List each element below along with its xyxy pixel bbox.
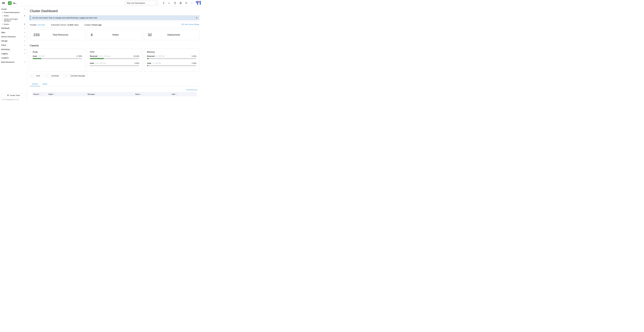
sidebar-item-label: Projects/Namespaces	[4, 11, 20, 13]
capacity-card-title: CPU	[90, 51, 139, 53]
capacity-row: Reserved 54.11 / 192 cores 28.18%	[90, 55, 139, 59]
import-yaml-button[interactable]	[161, 1, 166, 5]
sidebar-section-longhorn[interactable]: Longhorn	[0, 56, 27, 60]
progress-bar	[147, 58, 196, 59]
stat-value: 233	[34, 33, 40, 37]
full-events-link-row: Full events list	[30, 86, 200, 92]
progress-fill	[147, 58, 148, 59]
kubernetes-version-value: v1.25.9	[67, 24, 73, 26]
sidebar-group-cluster[interactable]: Cluster	[0, 7, 27, 11]
header-kebab-menu[interactable]	[190, 1, 194, 5]
capacity-row-detail: 1.02 / 192 cores	[95, 62, 106, 64]
capacity-row-percent: 2.39%	[192, 62, 196, 64]
tab-bar: Events Alerts	[30, 82, 200, 86]
download-kubeconfig-button[interactable]	[172, 1, 177, 5]
sidebar-section-service-discovery[interactable]: Service Discovery	[0, 35, 27, 39]
section-label: Service Discovery	[1, 36, 16, 38]
sidebar-section-workloads[interactable]: Workloads	[0, 26, 27, 30]
capacity-card-pods: Pods Used 139 / 800 17.38%	[30, 49, 85, 72]
capacity-cards: Pods Used 139 / 800 17.38% CPU	[30, 49, 200, 72]
top-header: ha... Only User Namespaces	[0, 0, 202, 6]
chevron-down-icon	[24, 27, 25, 29]
check-icon: ✓	[45, 74, 49, 77]
cluster-meta-row: Provider: Harvester Kubernetes Version: …	[30, 22, 200, 27]
capacity-row-percent: 3.18%	[192, 55, 196, 57]
sidebar-section-apps[interactable]: Apps	[0, 30, 27, 34]
namespace-filter-value: Only User Namespaces	[127, 2, 145, 4]
stat-label: Nodes	[92, 33, 138, 36]
progress-bar	[90, 58, 139, 59]
sort-icon	[40, 94, 40, 95]
banner-close-button[interactable]: ×	[196, 16, 197, 19]
health-badge-label: Etcd	[34, 74, 42, 77]
add-cluster-badge-link[interactable]: Add Cluster Badge	[182, 23, 199, 25]
column-label: Reason	[33, 93, 39, 95]
column-header-reason[interactable]: Reason	[32, 92, 47, 96]
harvester-logo-icon	[9, 2, 11, 4]
events-table: Reason Object Message Name	[32, 92, 197, 100]
upload-icon	[162, 2, 165, 4]
provider-link[interactable]: Harvester	[38, 24, 45, 26]
stat-deployments: 32 Deployments	[144, 29, 200, 40]
sidebar-item-cluster-members[interactable]: Cluster and Project Members	[0, 17, 27, 23]
chevron-down-icon	[24, 53, 25, 54]
section-label: Longhorn	[1, 57, 9, 59]
column-header-name[interactable]: Name	[134, 92, 171, 96]
sidebar-section-monitoring[interactable]: Monitoring	[0, 47, 27, 51]
capacity-row: Reserved 16 / 503 GiB 3.18%	[147, 55, 196, 59]
sidebar-item-events[interactable]: Events 0	[0, 23, 27, 26]
progress-fill	[90, 58, 104, 59]
cluster-tools-button[interactable]: ⚙ Cluster Tools	[1, 93, 26, 97]
created-value: 9 hours ago	[92, 24, 102, 26]
add-cluster-badge-label: Add Cluster Badge	[184, 23, 199, 25]
tab-alerts[interactable]: Alerts	[40, 82, 50, 86]
column-header-date[interactable]: Date	[171, 92, 197, 96]
sidebar-item-projects-namespaces[interactable]: Projects/Namespaces	[0, 11, 27, 14]
sidebar-group-cluster-label: Cluster	[1, 8, 7, 10]
capacity-row-label: Used	[147, 62, 151, 64]
sidebar-item-nodes[interactable]: Nodes 4	[0, 14, 27, 17]
full-events-list-link[interactable]: Full events list	[186, 89, 197, 91]
item-count: 0	[24, 23, 25, 25]
section-label: Logging	[1, 53, 8, 55]
progress-fill	[33, 58, 41, 59]
menu-toggle-button[interactable]	[2, 2, 5, 4]
column-header-object[interactable]: Object	[47, 92, 86, 96]
sidebar-section-logging[interactable]: Logging	[0, 52, 27, 56]
item-count: 4	[24, 15, 25, 17]
chevron-up-icon	[24, 9, 25, 10]
file-icon	[174, 2, 176, 4]
capacity-row: Used 1.02 / 192 cores 0.53%	[90, 62, 139, 66]
cluster-tools-banner: Use the new Cluster Tools to manage and …	[30, 15, 200, 20]
section-label: Workloads	[1, 27, 10, 29]
capacity-card-memory: Memory Reserved 16 / 503 GiB 3.18% Used …	[144, 49, 200, 72]
cluster-name: ha...	[13, 2, 17, 4]
capacity-row-label: Used	[33, 55, 37, 57]
version-text: v2.7.6 (Harvester-v1.2.0)	[1, 97, 26, 102]
copy-kubeconfig-button[interactable]	[178, 1, 183, 5]
stat-value: 32	[148, 33, 152, 37]
column-label: Name	[135, 93, 140, 95]
sidebar-section-storage[interactable]: Storage	[0, 39, 27, 43]
progress-bar	[147, 65, 196, 66]
progress-fill	[147, 65, 148, 66]
sort-icon	[95, 94, 96, 95]
members-icon	[2, 19, 3, 21]
capacity-row: Used 12 / 503 GiB 2.39%	[147, 62, 196, 66]
capacity-row: Used 139 / 800 17.38%	[33, 55, 82, 59]
capacity-card-title: Memory	[147, 51, 196, 53]
tab-events[interactable]: Events	[30, 82, 40, 86]
column-label: Message	[88, 93, 94, 95]
search-button[interactable]	[184, 1, 189, 5]
brand-logo-partial	[196, 1, 201, 5]
harvester-logo[interactable]	[8, 1, 12, 5]
kubectl-shell-button[interactable]	[167, 1, 172, 5]
namespace-filter-select[interactable]: Only User Namespaces	[125, 1, 158, 5]
capacity-row-percent: 28.18%	[134, 55, 139, 57]
sidebar-section-policy[interactable]: Policy	[0, 43, 27, 47]
column-header-message[interactable]: Message	[86, 92, 134, 96]
capacity-row-detail: 54.11 / 192 cores	[98, 55, 110, 57]
sort-icon	[176, 94, 176, 95]
sidebar-section-more-resources[interactable]: More Resources	[0, 60, 27, 64]
component-health-row: ✓ Etcd ✓ Scheduler ✓ Controller Manager	[30, 74, 200, 78]
